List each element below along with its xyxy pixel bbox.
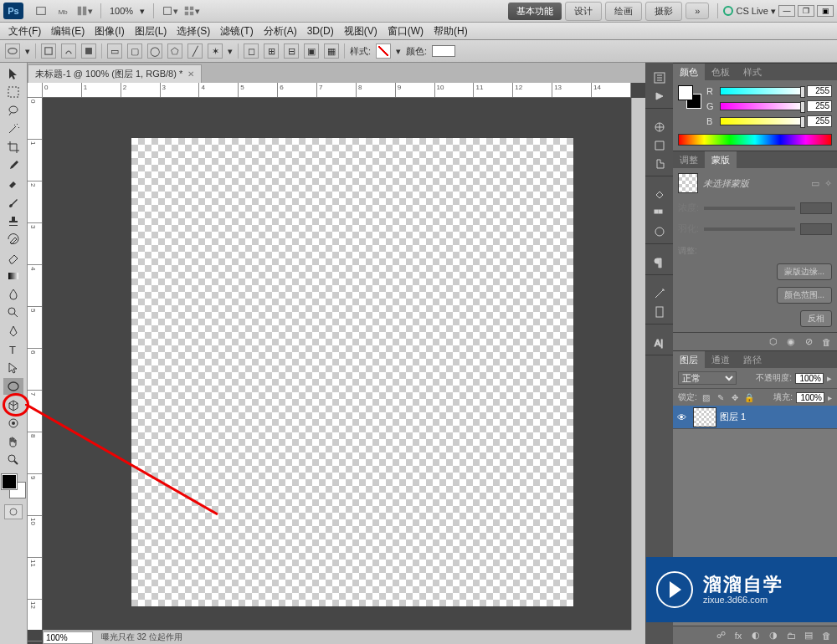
menu-3d[interactable]: 3D(D) <box>302 23 339 38</box>
tab-adjust[interactable]: 调整 <box>673 151 705 168</box>
crop-tool-icon[interactable] <box>3 139 23 156</box>
tab-color[interactable]: 颜色 <box>673 64 705 80</box>
menu-edit[interactable]: 编辑(E) <box>46 23 90 40</box>
minibridge-icon[interactable]: Mb <box>54 3 72 19</box>
path-new-icon[interactable]: ◻ <box>244 43 259 59</box>
path-exclude-icon[interactable]: ▦ <box>324 43 339 59</box>
mask-new-icon[interactable]: ◐ <box>750 630 762 641</box>
pen-tool-icon[interactable] <box>3 323 23 340</box>
actions-panel-icon[interactable] <box>650 88 669 105</box>
tool-preset-icon[interactable] <box>5 43 20 59</box>
heal-tool-icon[interactable] <box>3 176 23 192</box>
lock-trans-icon[interactable]: ▨ <box>701 391 712 403</box>
tab-paths[interactable]: 路径 <box>737 351 768 368</box>
menu-layer[interactable]: 图层(L) <box>130 23 172 40</box>
shape-ellipse-icon[interactable]: ◯ <box>147 43 162 59</box>
value-r[interactable]: 255 <box>807 85 832 97</box>
workspace-design[interactable]: 设计 <box>565 2 602 21</box>
tab-swatch[interactable]: 色板 <box>705 64 737 80</box>
feather-value[interactable] <box>800 223 832 235</box>
min-button[interactable]: — <box>778 5 795 17</box>
shape-line-icon[interactable]: ╱ <box>187 43 203 59</box>
menu-filter[interactable]: 滤镜(T) <box>215 23 258 40</box>
info-panel-icon[interactable] <box>650 304 669 320</box>
new-layer-icon[interactable]: ▤ <box>803 630 814 641</box>
mask-edge-button[interactable]: 蒙版边缘... <box>777 263 832 280</box>
brush-panel-icon[interactable] <box>650 119 669 135</box>
restore-button[interactable]: ❐ <box>798 5 814 17</box>
3d-tool-icon[interactable] <box>3 396 23 413</box>
mask-disable-icon[interactable]: ⊘ <box>803 336 814 348</box>
layer-row[interactable]: 👁 图层 1 <box>673 406 837 429</box>
cslive-button[interactable]: CS Live▾ <box>723 6 776 17</box>
path-add-icon[interactable]: ⊞ <box>264 43 279 59</box>
slider-b[interactable] <box>720 117 804 125</box>
marquee-tool-icon[interactable] <box>3 84 23 100</box>
layer-name[interactable]: 图层 1 <box>720 411 746 423</box>
color-range-button[interactable]: 颜色范围... <box>777 287 832 304</box>
hand-tool-icon[interactable] <box>3 433 23 450</box>
path-subtract-icon[interactable]: ⊟ <box>284 43 299 59</box>
pixel-mask-icon[interactable]: ▭ <box>811 178 819 189</box>
tab-layers[interactable]: 图层 <box>673 351 705 368</box>
ruler-horizontal[interactable]: 01234567891011121314 <box>43 83 631 98</box>
lasso-tool-icon[interactable] <box>3 102 23 119</box>
fill-pixels-icon[interactable] <box>81 43 96 59</box>
visibility-icon[interactable]: 👁 <box>673 412 690 422</box>
close-button[interactable]: ▣ <box>817 5 834 17</box>
blend-mode-select[interactable]: 正常 <box>678 371 737 385</box>
group-icon[interactable]: 🗀 <box>785 630 797 641</box>
ellipse-shape-tool-icon[interactable] <box>3 378 23 395</box>
canvas[interactable] <box>131 138 573 606</box>
menu-analysis[interactable]: 分析(A) <box>259 23 302 40</box>
history-brush-icon[interactable] <box>3 231 23 248</box>
zoom-icon[interactable]: ▾ <box>182 3 201 19</box>
invert-button[interactable]: 反相 <box>800 310 832 327</box>
wand-tool-icon[interactable] <box>3 120 23 137</box>
quickmask-icon[interactable] <box>4 504 23 519</box>
path-intersect-icon[interactable]: ▣ <box>304 43 319 59</box>
color-picker[interactable] <box>2 474 25 498</box>
nav-panel-icon[interactable] <box>650 223 669 240</box>
brushpresets-icon[interactable] <box>650 137 669 154</box>
clone-panel-icon[interactable] <box>650 156 669 172</box>
zoom-input[interactable]: 100% <box>43 631 93 644</box>
color-swatch[interactable] <box>432 45 455 57</box>
eyedropper-tool-icon[interactable] <box>3 157 23 174</box>
type-tool-icon[interactable]: T <box>3 341 23 358</box>
menu-help[interactable]: 帮助(H) <box>429 23 473 40</box>
brush-tool-icon[interactable] <box>3 194 23 211</box>
lock-pos-icon[interactable]: ✥ <box>729 391 741 403</box>
zoom-display[interactable]: 100% <box>106 6 136 16</box>
mask-trash-icon[interactable]: 🗑 <box>820 336 832 348</box>
mask-apply-icon[interactable]: ◉ <box>785 336 797 348</box>
bridge-icon[interactable] <box>32 3 50 19</box>
adjustment-icon[interactable]: ◑ <box>768 630 779 641</box>
density-value[interactable] <box>800 202 832 214</box>
color-chips[interactable] <box>678 85 701 109</box>
menu-file[interactable]: 文件(F) <box>3 23 46 40</box>
stamp-tool-icon[interactable] <box>3 212 23 229</box>
menu-view[interactable]: 视图(V) <box>339 23 383 40</box>
workspace-basic[interactable]: 基本功能 <box>508 3 562 20</box>
vector-mask-icon[interactable]: ✧ <box>824 178 832 189</box>
document-tab[interactable]: 未标题-1 @ 100% (图层 1, RGB/8) * ✕ <box>28 64 202 83</box>
tab-mask[interactable]: 蒙版 <box>705 151 737 168</box>
history-panel-icon[interactable] <box>650 69 669 86</box>
menu-select[interactable]: 选择(S) <box>172 23 215 40</box>
tab-channels[interactable]: 通道 <box>705 351 737 368</box>
fx-icon[interactable]: fx <box>732 630 744 641</box>
opacity-value[interactable]: 100% <box>795 373 824 384</box>
close-tab-icon[interactable]: ✕ <box>187 69 194 79</box>
style-none-icon[interactable] <box>376 43 391 59</box>
tab-style[interactable]: 样式 <box>737 64 768 80</box>
mask-fx-icon[interactable]: ⬡ <box>768 336 779 348</box>
dodge-tool-icon[interactable] <box>3 304 23 321</box>
gradient-tool-icon[interactable] <box>3 268 23 284</box>
trash-icon[interactable]: 🗑 <box>820 630 832 641</box>
doc-layout-icon[interactable]: ▾ <box>75 3 94 19</box>
density-slider[interactable] <box>704 207 795 210</box>
hand-icon[interactable]: ▾ <box>161 3 179 19</box>
props-panel-icon[interactable] <box>650 285 669 302</box>
char-panel-icon[interactable]: A| <box>650 335 669 351</box>
